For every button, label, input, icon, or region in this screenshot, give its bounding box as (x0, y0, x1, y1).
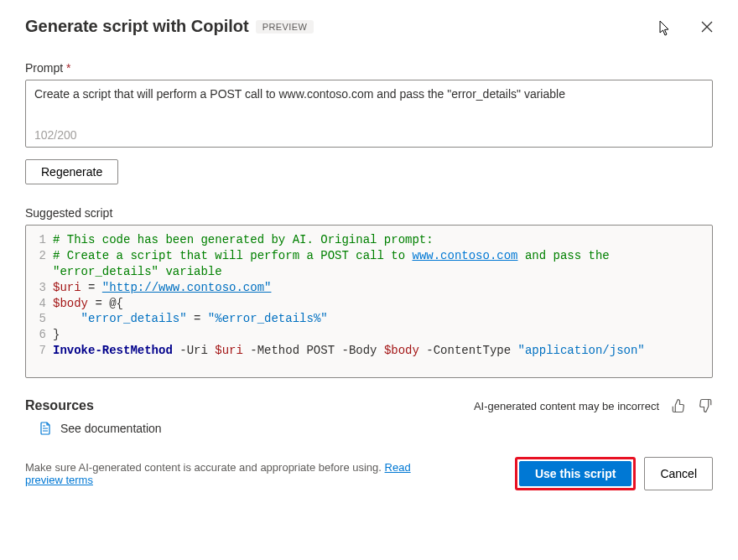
code-line: 2 # Create a script that will perform a … (26, 248, 712, 280)
prompt-input[interactable] (34, 87, 704, 126)
ai-disclaimer-short: AI-generated content may be incorrect (474, 400, 659, 412)
code-line: 6 } (26, 327, 712, 343)
code-line: 5 "error_details" = "%error_details%" (26, 311, 712, 327)
suggested-script-label: Suggested script (25, 206, 713, 220)
thumbs-down-icon[interactable] (698, 398, 713, 413)
see-documentation-link[interactable]: See documentation (39, 422, 713, 435)
feedback-group: AI-generated content may be incorrect (474, 398, 713, 413)
highlight-box: Use this script (515, 457, 636, 490)
title-group: Generate script with Copilot PREVIEW (25, 17, 314, 36)
use-script-button[interactable]: Use this script (519, 461, 631, 486)
document-icon (39, 422, 52, 435)
resources-row: Resources AI-generated content may be in… (25, 398, 713, 413)
close-icon[interactable] (701, 21, 713, 33)
panel-title: Generate script with Copilot (25, 17, 249, 36)
panel-header: Generate script with Copilot PREVIEW (25, 17, 713, 36)
preview-badge: PREVIEW (256, 20, 314, 34)
footer-disclaimer: Make sure AI-generated content is accura… (25, 461, 411, 486)
thumbs-up-icon[interactable] (671, 398, 686, 413)
resources-heading: Resources (25, 398, 94, 413)
code-line: 4 $body = @{ (26, 296, 712, 312)
doc-link-label: See documentation (60, 422, 162, 435)
code-line: 3 $uri = "http://www.contoso.com" (26, 280, 712, 296)
prompt-input-container[interactable]: 102/200 (25, 80, 713, 148)
code-editor[interactable]: 1 # This code has been generated by AI. … (25, 225, 713, 378)
regenerate-button[interactable]: Regenerate (25, 159, 118, 184)
copilot-panel: Generate script with Copilot PREVIEW Pro… (0, 0, 738, 560)
code-line: 7 Invoke-RestMethod -Uri $uri -Method PO… (26, 343, 712, 359)
required-asterisk: * (66, 61, 70, 75)
footer: Make sure AI-generated content is accura… (25, 457, 713, 490)
prompt-label: Prompt * (25, 61, 713, 75)
cancel-button[interactable]: Cancel (644, 457, 713, 490)
footer-actions: Use this script Cancel (515, 457, 713, 490)
code-line: 1 # This code has been generated by AI. … (26, 232, 712, 248)
char-counter: 102/200 (34, 128, 704, 142)
